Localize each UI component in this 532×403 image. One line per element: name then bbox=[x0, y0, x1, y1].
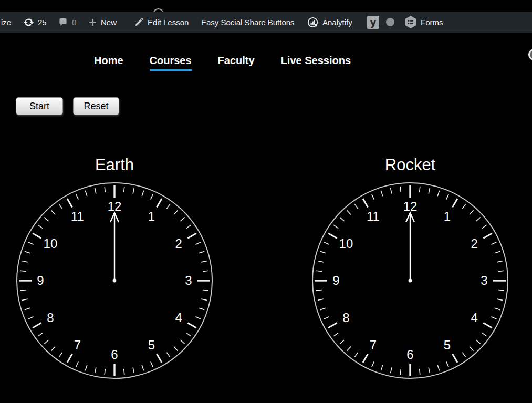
earth-clock-title: Earth bbox=[16, 156, 213, 174]
plus-icon bbox=[88, 18, 97, 27]
reset-button[interactable]: Reset bbox=[73, 97, 119, 115]
svg-text:8: 8 bbox=[47, 311, 54, 325]
comments-icon bbox=[58, 17, 68, 27]
rocket-clock-section: Rocket 123456789101112 bbox=[311, 156, 509, 379]
forms-icon bbox=[404, 15, 417, 29]
admin-bar-analytify-link[interactable]: Analytify bbox=[307, 12, 352, 33]
updates-icon bbox=[23, 17, 34, 28]
earth-clock-section: Earth 123456789101112 bbox=[16, 156, 213, 379]
admin-bar-essb-link[interactable]: Easy Social Share Buttons bbox=[201, 12, 295, 33]
yoast-icon: y bbox=[367, 16, 379, 29]
nav-item-home[interactable]: Home bbox=[94, 55, 123, 71]
updates-count: 25 bbox=[38, 18, 47, 27]
rocket-clock-title: Rocket bbox=[311, 156, 509, 174]
edge-widget-button[interactable] bbox=[528, 49, 532, 60]
admin-bar-edit-lesson-link[interactable]: Edit Lesson bbox=[134, 12, 189, 33]
svg-text:3: 3 bbox=[481, 273, 487, 287]
admin-bar-yoast-status[interactable] bbox=[386, 12, 394, 33]
comments-count: 0 bbox=[72, 18, 76, 27]
customize-label-truncated: ize bbox=[1, 18, 11, 27]
new-label: New bbox=[101, 18, 117, 27]
rocket-clock-face: 123456789101112 bbox=[311, 182, 509, 379]
pencil-icon bbox=[134, 17, 144, 27]
nav-item-live-sessions[interactable]: Live Sessions bbox=[281, 55, 351, 71]
start-button[interactable]: Start bbox=[16, 97, 63, 115]
svg-text:4: 4 bbox=[175, 311, 182, 325]
admin-bar-yoast-link[interactable]: y bbox=[367, 12, 379, 33]
svg-text:11: 11 bbox=[367, 209, 380, 223]
admin-bar-customize-link[interactable]: ize bbox=[1, 12, 11, 33]
svg-text:9: 9 bbox=[332, 273, 339, 287]
svg-text:6: 6 bbox=[111, 347, 118, 361]
nav-item-courses[interactable]: Courses bbox=[150, 55, 192, 71]
analytify-icon bbox=[307, 16, 319, 28]
analytify-label: Analytify bbox=[322, 18, 352, 27]
svg-text:7: 7 bbox=[370, 338, 377, 352]
svg-text:9: 9 bbox=[37, 273, 44, 287]
admin-bar-comments-link[interactable]: 0 bbox=[58, 12, 76, 33]
forms-label: Forms bbox=[421, 18, 443, 27]
svg-text:11: 11 bbox=[71, 209, 84, 223]
svg-text:2: 2 bbox=[471, 236, 477, 251]
wp-admin-bar: ize 25 0 New Edit Lesson Easy Social Sha… bbox=[0, 12, 532, 33]
svg-text:5: 5 bbox=[444, 338, 451, 352]
svg-text:10: 10 bbox=[339, 236, 353, 251]
svg-text:4: 4 bbox=[471, 311, 477, 325]
nav-item-faculty[interactable]: Faculty bbox=[218, 55, 255, 71]
svg-text:8: 8 bbox=[342, 311, 349, 325]
svg-text:2: 2 bbox=[175, 236, 182, 251]
svg-text:1: 1 bbox=[148, 209, 155, 223]
clock-controls: Start Reset bbox=[16, 97, 119, 115]
svg-text:10: 10 bbox=[44, 236, 58, 251]
svg-text:6: 6 bbox=[406, 347, 413, 361]
site-nav: Home Courses Faculty Live Sessions bbox=[94, 55, 351, 71]
svg-text:1: 1 bbox=[444, 209, 451, 223]
status-dot-icon bbox=[386, 18, 394, 26]
admin-bar-new-link[interactable]: New bbox=[88, 12, 117, 33]
edit-lesson-label: Edit Lesson bbox=[148, 18, 189, 27]
admin-bar-forms-link[interactable]: Forms bbox=[404, 12, 443, 33]
essb-label: Easy Social Share Buttons bbox=[201, 18, 295, 27]
earth-clock-face: 123456789101112 bbox=[16, 182, 213, 379]
admin-bar-updates-link[interactable]: 25 bbox=[23, 12, 47, 33]
svg-text:7: 7 bbox=[74, 338, 81, 352]
svg-text:3: 3 bbox=[185, 273, 192, 287]
svg-text:5: 5 bbox=[148, 338, 155, 352]
